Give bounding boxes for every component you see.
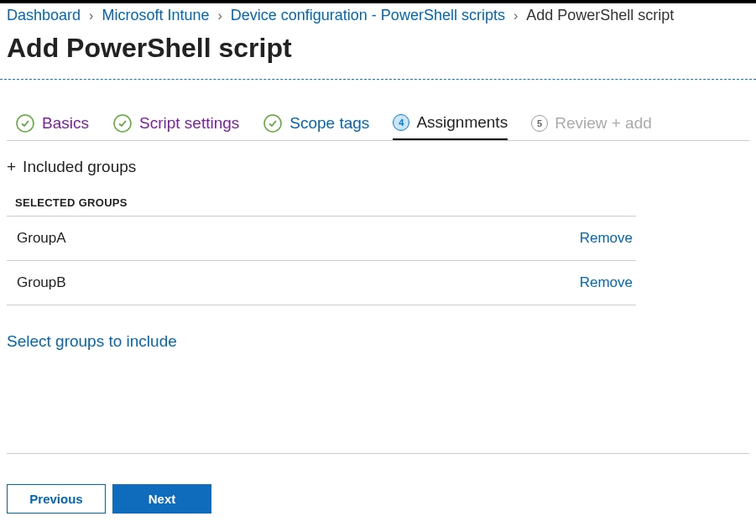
tab-review-add: 5 Review + add — [531, 114, 652, 139]
tab-assignments[interactable]: 4 Assignments — [393, 113, 508, 140]
page-title: Add PowerShell script — [0, 24, 756, 72]
next-button[interactable]: Next — [112, 484, 211, 514]
chevron-right-icon: › — [514, 8, 518, 23]
selected-groups-table: GroupA Remove GroupB Remove — [7, 216, 636, 305]
step-number-icon: 5 — [531, 115, 548, 132]
tab-label: Basics — [42, 114, 89, 133]
section-title: Included groups — [23, 158, 136, 176]
remove-link[interactable]: Remove — [580, 230, 633, 247]
breadcrumb-device-config[interactable]: Device configuration - PowerShell script… — [231, 7, 505, 24]
footer-divider — [7, 453, 749, 454]
tab-label: Review + add — [555, 114, 652, 133]
tab-label: Scope tags — [289, 114, 369, 133]
breadcrumb: Dashboard › Microsoft Intune › Device co… — [0, 3, 756, 24]
wizard-tabs: Basics Script settings Scope tags 4 Assi… — [0, 80, 756, 140]
tab-script-settings[interactable]: Script settings — [112, 113, 239, 140]
svg-point-1 — [114, 115, 131, 132]
check-circle-icon — [15, 113, 35, 133]
footer: Previous Next — [0, 453, 756, 532]
breadcrumb-intune[interactable]: Microsoft Intune — [102, 7, 209, 24]
tab-label: Assignments — [416, 113, 508, 132]
tab-label: Script settings — [139, 114, 239, 133]
check-circle-icon — [263, 113, 283, 133]
section-header: + Included groups — [7, 158, 749, 176]
previous-button[interactable]: Previous — [7, 484, 106, 514]
remove-link[interactable]: Remove — [580, 274, 633, 291]
svg-point-2 — [264, 115, 281, 132]
table-row: GroupB Remove — [7, 260, 636, 305]
chevron-right-icon: › — [89, 8, 93, 23]
step-number-icon: 4 — [393, 114, 409, 131]
chevron-right-icon: › — [217, 8, 222, 23]
select-groups-link[interactable]: Select groups to include — [7, 332, 177, 351]
plus-icon: + — [7, 158, 16, 176]
tab-basics[interactable]: Basics — [15, 113, 89, 140]
group-name: GroupA — [17, 230, 66, 247]
included-groups-section: + Included groups SELECTED GROUPS GroupA… — [0, 141, 756, 351]
wizard-buttons: Previous Next — [7, 484, 749, 514]
check-circle-icon — [112, 113, 133, 133]
breadcrumb-current: Add PowerShell script — [526, 7, 674, 24]
group-name: GroupB — [17, 274, 66, 291]
tab-scope-tags[interactable]: Scope tags — [263, 113, 369, 140]
table-row: GroupA Remove — [7, 216, 636, 260]
svg-point-0 — [17, 115, 34, 132]
breadcrumb-dashboard[interactable]: Dashboard — [7, 7, 81, 24]
selected-groups-label: SELECTED GROUPS — [7, 196, 749, 216]
